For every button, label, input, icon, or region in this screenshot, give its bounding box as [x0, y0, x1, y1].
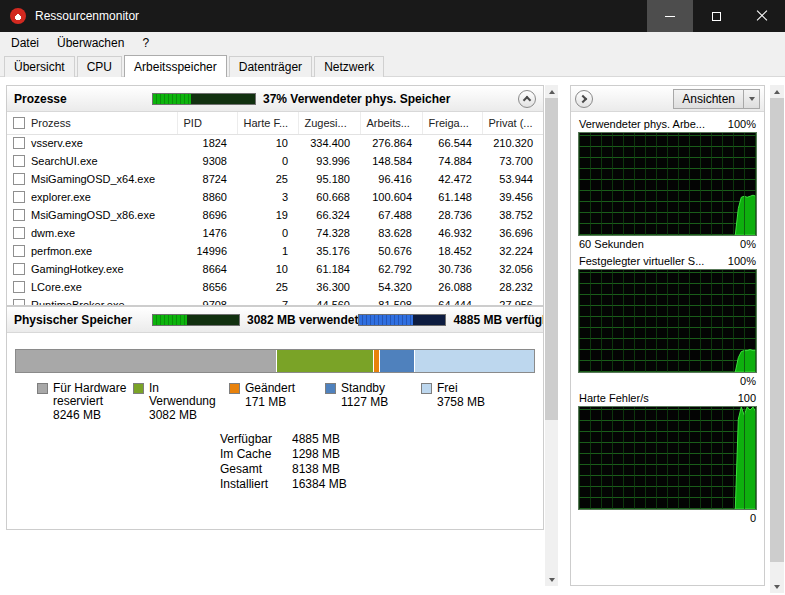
- left-scrollbar[interactable]: [545, 85, 558, 586]
- process-checkbox[interactable]: [13, 299, 25, 306]
- process-row[interactable]: SearchUI.exe9308093.996148.58474.88473.7…: [7, 152, 543, 170]
- process-cell: 83.628: [360, 224, 422, 242]
- stat-value: 1298 MB: [292, 447, 340, 462]
- legend-item: Frei3758 MB: [421, 382, 517, 422]
- process-name: GamingHotkey.exe: [31, 263, 124, 275]
- close-icon: [756, 10, 768, 22]
- process-cell: 0: [237, 224, 298, 242]
- process-cell: 53.944: [482, 170, 543, 188]
- memory-bar-segment-in-use: [277, 350, 374, 372]
- column-header-zugesichert[interactable]: Zugesi...: [298, 112, 360, 134]
- processes-status: 37% Verwendeter phys. Speicher: [263, 92, 450, 106]
- tab-cpu[interactable]: CPU: [77, 56, 122, 77]
- scroll-up-arrow[interactable]: [545, 85, 558, 98]
- column-header-privat[interactable]: Privat (...: [482, 112, 543, 134]
- legend-value: 171 MB: [245, 396, 323, 409]
- process-cell: 73.700: [482, 152, 543, 170]
- process-cell: 334.400: [298, 134, 360, 152]
- chart-title: Verwendeter phys. Arbe...: [579, 118, 705, 130]
- process-checkbox[interactable]: [13, 281, 25, 293]
- process-row[interactable]: LCore.exe86562536.30054.32026.08828.232: [7, 278, 543, 296]
- process-cell: 10: [237, 260, 298, 278]
- process-row[interactable]: perfmon.exe14996135.17650.67618.45232.22…: [7, 242, 543, 260]
- process-name: dwm.exe: [31, 227, 75, 239]
- collapse-processes-button[interactable]: [518, 90, 536, 108]
- legend-label: In Verwendung: [149, 382, 227, 408]
- chart-min-label: 0%: [740, 375, 756, 387]
- chevron-up-icon: [523, 96, 531, 104]
- menu-ueberwachen[interactable]: Überwachen: [48, 32, 133, 54]
- legend-color-swatch: [37, 383, 48, 394]
- process-cell: 8664: [177, 260, 237, 278]
- column-header-harte-fehler[interactable]: Harte F...: [237, 112, 298, 134]
- titlebar: Ressourcenmonitor: [0, 0, 785, 32]
- process-cell: 210.320: [482, 134, 543, 152]
- processes-title: Prozesse: [14, 92, 152, 106]
- available-minibar: [358, 314, 446, 326]
- column-header-freigabe[interactable]: Freiga...: [422, 112, 482, 134]
- close-button[interactable]: [739, 0, 785, 32]
- tabbar: Übersicht CPU Arbeitsspeicher Datenträge…: [0, 54, 785, 77]
- process-checkbox[interactable]: [13, 173, 25, 185]
- legend-color-swatch: [229, 383, 240, 394]
- memory-bar-segment-standby: [380, 350, 416, 372]
- tab-netzwerk[interactable]: Netzwerk: [314, 56, 384, 77]
- maximize-button[interactable]: [693, 0, 739, 32]
- process-checkbox[interactable]: [13, 155, 25, 167]
- process-row[interactable]: vsserv.exe182410334.400276.86466.544210.…: [7, 134, 543, 152]
- scroll-down-arrow[interactable]: [770, 580, 784, 593]
- process-cell: 60.668: [298, 188, 360, 206]
- legend-item: Für Hardware reserviert8246 MB: [37, 382, 133, 422]
- process-row[interactable]: dwm.exe1476074.32883.62846.93236.696: [7, 224, 543, 242]
- process-name: RuntimeBroker.exe: [31, 299, 125, 306]
- process-checkbox[interactable]: [13, 137, 25, 149]
- stat-label: Installiert: [220, 477, 292, 492]
- process-checkbox[interactable]: [13, 263, 25, 275]
- expand-panel-button[interactable]: [575, 90, 593, 108]
- tab-datentraeger[interactable]: Datenträger: [229, 56, 312, 77]
- views-dropdown-button[interactable]: Ansichten: [673, 89, 760, 109]
- physical-memory-panel-header: Physischer Speicher 3082 MB verwendet 48…: [7, 307, 543, 333]
- processes-panel: Prozesse 37% Verwendeter phys. Speicher …: [6, 85, 544, 306]
- window-controls: [647, 0, 785, 32]
- left-scrollbar-thumb[interactable]: [545, 98, 558, 420]
- maximize-icon: [712, 12, 721, 21]
- process-checkbox[interactable]: [13, 227, 25, 239]
- select-all-checkbox[interactable]: [13, 117, 25, 129]
- menu-help[interactable]: ?: [133, 32, 158, 54]
- process-checkbox[interactable]: [13, 245, 25, 257]
- process-cell: 46.932: [422, 224, 482, 242]
- right-scrollbar[interactable]: [770, 85, 784, 593]
- views-dropdown-arrow[interactable]: [743, 90, 759, 108]
- chart-title-row: Harte Fehler/s 100: [579, 392, 756, 404]
- process-cell: 36.300: [298, 278, 360, 296]
- minimize-button[interactable]: [647, 0, 693, 32]
- right-scrollbar-thumb[interactable]: [770, 98, 784, 562]
- charts-panel-header: Ansichten: [571, 86, 764, 112]
- chart-max-label: 100%: [728, 118, 756, 130]
- process-name: LCore.exe: [31, 281, 82, 293]
- process-cell: 8860: [177, 188, 237, 206]
- process-cell: 32.056: [482, 260, 543, 278]
- process-row[interactable]: RuntimeBroker.exe9708744.56081.50864.444…: [7, 296, 543, 306]
- stat-label: Im Cache: [220, 447, 292, 462]
- process-name: MsiGamingOSD_x86.exe: [31, 209, 155, 221]
- process-checkbox[interactable]: [13, 209, 25, 221]
- column-header-pid[interactable]: PID: [177, 112, 237, 134]
- process-row[interactable]: MsiGamingOSD_x64.exe87242595.18096.41642…: [7, 170, 543, 188]
- process-cell: 18.452: [422, 242, 482, 260]
- tab-uebersicht[interactable]: Übersicht: [4, 56, 75, 77]
- column-header-prozess[interactable]: Prozess: [7, 112, 177, 134]
- process-row[interactable]: MsiGamingOSD_x86.exe86961966.32467.48828…: [7, 206, 543, 224]
- scroll-up-arrow[interactable]: [770, 85, 784, 98]
- tab-arbeitsspeicher[interactable]: Arbeitsspeicher: [124, 55, 227, 77]
- scroll-down-arrow[interactable]: [545, 573, 558, 586]
- column-header-arbeitssatz[interactable]: Arbeits...: [360, 112, 422, 134]
- process-row[interactable]: GamingHotkey.exe86641061.18462.79230.736…: [7, 260, 543, 278]
- hard-faults-chart: [578, 406, 757, 510]
- process-cell: 35.176: [298, 242, 360, 260]
- menu-datei[interactable]: Datei: [2, 32, 48, 54]
- process-checkbox[interactable]: [13, 191, 25, 203]
- app-icon: [10, 8, 26, 24]
- process-row[interactable]: explorer.exe8860360.668100.60461.14839.4…: [7, 188, 543, 206]
